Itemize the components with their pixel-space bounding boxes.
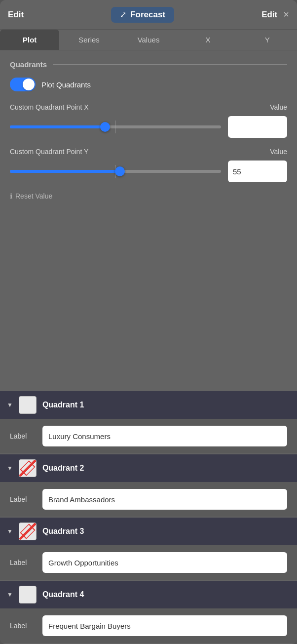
slider-x-thumb[interactable] [100, 122, 110, 132]
slider-y-track[interactable] [10, 170, 221, 173]
section-title: Quadrants [10, 60, 47, 69]
quadrants-list: ▼ Quadrant 1 Label ▼ Quadrant 2 Label [0, 391, 297, 644]
panel: Edit ⤢ Forecast Edit × Plot Series Value… [0, 0, 297, 644]
forecast-label: Forecast [130, 10, 165, 20]
quadrant-2-swatch[interactable] [19, 459, 37, 477]
quadrants-section-header: Quadrants [10, 60, 287, 69]
quadrant-4-label-input[interactable] [42, 615, 287, 636]
toggle-label: Plot Quadrants [41, 80, 91, 89]
top-bar-center: ⤢ Forecast [111, 7, 174, 23]
slider-y-fill [10, 170, 120, 173]
quadrant-3-header[interactable]: ▼ Quadrant 3 [0, 518, 297, 545]
plot-quadrants-toggle-row: Plot Quadrants [10, 78, 287, 91]
quadrant-1-label-input[interactable] [42, 426, 287, 446]
chevron-1-icon: ▼ [7, 402, 13, 408]
quadrant-4-label-prefix: Label [10, 622, 35, 630]
chevron-3-icon: ▼ [7, 528, 13, 535]
top-bar: Edit ⤢ Forecast Edit × [0, 0, 297, 30]
quadrant-3-name: Quadrant 3 [42, 527, 84, 536]
quadrant-4-name: Quadrant 4 [42, 590, 84, 599]
quadrant-4-block: ▼ Quadrant 4 Label [0, 581, 297, 643]
tab-y[interactable]: Y [238, 30, 297, 50]
top-bar-edit-left: Edit [8, 10, 24, 20]
top-bar-edit-right: Edit [261, 10, 277, 20]
section-divider [53, 64, 287, 65]
chevron-4-icon: ▼ [7, 591, 13, 598]
plot-quadrants-toggle[interactable] [10, 78, 36, 91]
quadrant-1-block: ▼ Quadrant 1 Label [0, 391, 297, 453]
slider-y-group: Custom Quadrant Point Y Value [10, 148, 287, 182]
quadrant-3-swatch[interactable] [19, 523, 37, 540]
slider-x-tick [115, 121, 116, 133]
toggle-knob [23, 79, 35, 90]
quadrant-2-block: ▼ Quadrant 2 Label [0, 454, 297, 517]
tab-x[interactable]: X [178, 30, 237, 50]
quadrant-4-header[interactable]: ▼ Quadrant 4 [0, 581, 297, 608]
slider-x-control [10, 116, 287, 138]
quadrant-1-swatch[interactable] [19, 396, 37, 414]
quadrant-3-block: ▼ Quadrant 3 Label [0, 518, 297, 580]
quadrant-2-header[interactable]: ▼ Quadrant 2 [0, 454, 297, 482]
quadrant-4-swatch[interactable] [19, 586, 37, 604]
slider-y-label: Custom Quadrant Point Y [10, 148, 88, 156]
slider-y-input[interactable] [228, 161, 287, 182]
quadrant-1-label-prefix: Label [10, 432, 35, 440]
quadrant-2-label-row: Label [0, 482, 297, 517]
close-icon[interactable]: × [283, 9, 289, 20]
quadrant-2-name: Quadrant 2 [42, 464, 84, 473]
slider-x-fill [10, 125, 105, 128]
tab-plot[interactable]: Plot [0, 30, 59, 50]
slider-y-thumb[interactable] [115, 166, 125, 176]
info-icon: ℹ [10, 192, 12, 200]
chevron-2-icon: ▼ [7, 465, 13, 472]
slider-y-value-label: Value [270, 148, 287, 156]
slider-x-group: Custom Quadrant Point X Value [10, 103, 287, 138]
quadrant-3-label-input[interactable] [42, 552, 287, 573]
quadrant-1-name: Quadrant 1 [42, 401, 84, 409]
tab-series[interactable]: Series [59, 30, 118, 50]
reset-label[interactable]: Reset Value [15, 192, 52, 200]
slider-x-label: Custom Quadrant Point X [10, 103, 89, 111]
quadrant-4-label-row: Label [0, 608, 297, 643]
slider-x-value-label: Value [270, 103, 287, 111]
tab-values[interactable]: Values [119, 30, 178, 50]
slider-x-input[interactable] [228, 116, 287, 138]
quadrant-2-label-input[interactable] [42, 489, 287, 510]
slider-x-track[interactable] [10, 125, 221, 128]
quadrant-2-label-prefix: Label [10, 495, 35, 503]
quadrant-1-header[interactable]: ▼ Quadrant 1 [0, 391, 297, 419]
quadrant-1-label-row: Label [0, 419, 297, 453]
quadrant-3-label-row: Label [0, 545, 297, 580]
reset-row: ℹ Reset Value [10, 192, 287, 200]
slider-y-header: Custom Quadrant Point Y Value [10, 148, 287, 156]
slider-y-control [10, 161, 287, 182]
slider-x-header: Custom Quadrant Point X Value [10, 103, 287, 111]
quadrant-3-label-prefix: Label [10, 559, 35, 566]
content: Quadrants Plot Quadrants Custom Quadrant… [0, 50, 297, 391]
tabs: Plot Series Values X Y [0, 30, 297, 50]
forecast-icon: ⤢ [120, 10, 126, 19]
top-bar-right: Edit × [261, 9, 289, 20]
